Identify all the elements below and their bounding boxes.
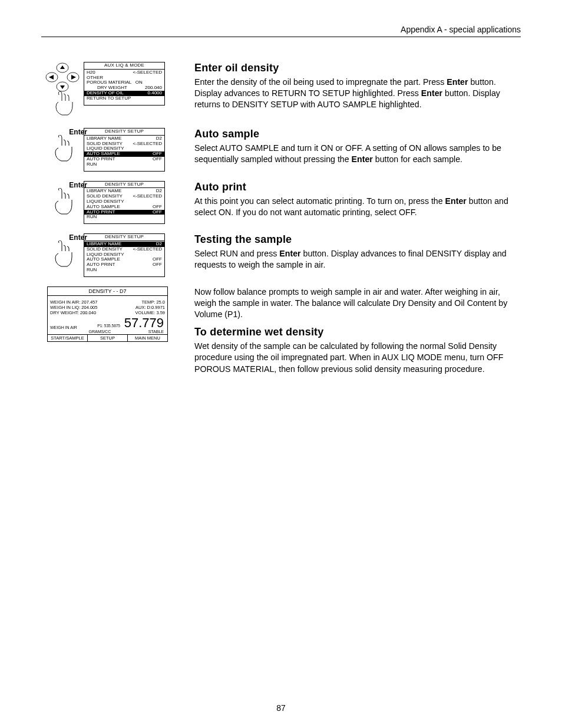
lcd-density-setup-3: DENSITY SETUP LIBRARY NAMED2SOLID DENSIT… xyxy=(84,233,165,277)
svg-marker-1 xyxy=(60,65,65,69)
svg-marker-3 xyxy=(49,75,54,80)
body-testing-sample: Select RUN and press Enter button. Displ… xyxy=(194,248,521,271)
heading-testing-sample: Testing the sample xyxy=(194,233,521,246)
svg-marker-5 xyxy=(71,75,76,80)
dpad-icon xyxy=(41,62,84,118)
heading-auto-print: Auto print xyxy=(194,181,521,193)
page-header: Appendix A - special applications xyxy=(41,25,521,37)
body-balance-prompts: Now follow balance prompts to weigh samp… xyxy=(194,286,521,321)
enter-hand-icon: Enter xyxy=(41,181,84,218)
lcd-density-setup-2: DENSITY SETUP LIBRARY NAMED2SOLID DENSIT… xyxy=(84,181,165,225)
lcd-density-setup-1: DENSITY SETUP LIBRARY NAMED2SOLID DENSIT… xyxy=(84,128,165,172)
page-number: 87 xyxy=(0,703,562,713)
enter-hand-icon: Enter xyxy=(41,233,84,270)
density-result-display: DENSITY - - D7 WEIGH IN AIR: 207.457TEMP… xyxy=(47,286,168,342)
heading-enter-oil-density: Enter oil density xyxy=(194,62,521,74)
lcd-aux-liq: AUX LIQ & MODE H20<-SELECTEDOTHERPOROUS … xyxy=(84,62,165,106)
body-auto-print: At this point you can select automatic p… xyxy=(194,196,521,218)
body-wet-density: Wet density of the sample can be calcula… xyxy=(194,341,521,375)
enter-hand-icon: Enter xyxy=(41,128,84,164)
body-enter-oil-density: Enter the density of the oil being used … xyxy=(194,77,521,111)
svg-marker-7 xyxy=(60,85,65,89)
heading-wet-density: To determine wet density xyxy=(194,326,521,338)
heading-auto-sample: Auto sample xyxy=(194,128,521,140)
body-auto-sample: Select AUTO SAMPLE and turn it ON or OFF… xyxy=(194,143,521,165)
